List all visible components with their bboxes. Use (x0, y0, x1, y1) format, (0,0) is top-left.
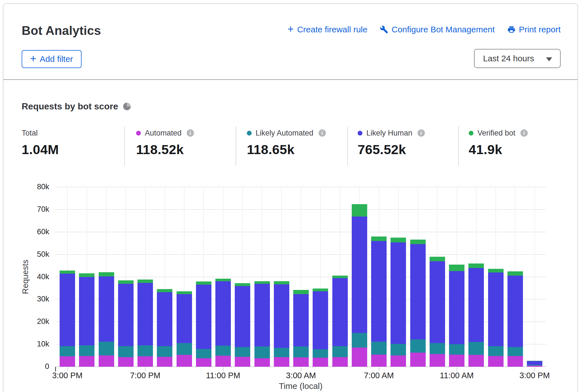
bar-segment-verified-bot[interactable] (391, 238, 406, 242)
bar-segment-verified-bot[interactable] (177, 291, 192, 294)
bar-segment-likely-automated[interactable] (254, 346, 270, 358)
bar-segment-verified-bot[interactable] (196, 281, 211, 285)
bar-segment-verified-bot[interactable] (235, 283, 250, 286)
bar-segment-automated[interactable] (449, 355, 464, 367)
bar-segment-automated[interactable] (468, 355, 484, 367)
print-report-link[interactable]: Print report (507, 25, 561, 34)
bar-segment-automated[interactable] (488, 356, 504, 367)
bar-segment-verified-bot[interactable] (507, 271, 523, 276)
bar-segment-likely-automated[interactable] (449, 344, 464, 355)
bar-segment-likely-human[interactable] (235, 286, 250, 347)
bar-segment-likely-automated[interactable] (410, 339, 426, 353)
bar-segment-likely-human[interactable] (79, 277, 94, 345)
bar-segment-verified-bot[interactable] (293, 290, 309, 294)
bar-segment-likely-automated[interactable] (79, 345, 94, 356)
bar-segment-likely-human[interactable] (137, 283, 153, 345)
bar-segment-verified-bot[interactable] (527, 361, 542, 361)
bar-segment-verified-bot[interactable] (60, 271, 75, 274)
bar-segment-likely-human[interactable] (449, 271, 464, 344)
bar-segment-likely-human[interactable] (177, 294, 192, 343)
bar-segment-likely-human[interactable] (488, 272, 504, 346)
bar-segment-likely-human[interactable] (410, 244, 426, 339)
bar-segment-likely-automated[interactable] (293, 346, 309, 357)
bar-segment-automated[interactable] (177, 355, 192, 367)
bar-segment-likely-automated[interactable] (332, 346, 348, 357)
bar-segment-likely-automated[interactable] (507, 347, 523, 356)
bar-segment-automated[interactable] (507, 356, 523, 367)
bar-segment-automated[interactable] (157, 357, 172, 367)
bar-segment-verified-bot[interactable] (254, 281, 270, 284)
info-icon[interactable]: i (520, 129, 528, 137)
bar-segment-likely-human[interactable] (254, 284, 270, 346)
time-range-select[interactable]: Last 24 hours (474, 49, 561, 68)
bar-segment-likely-human[interactable] (332, 278, 348, 346)
bar-segment-automated[interactable] (235, 357, 250, 367)
bar-segment-likely-automated[interactable] (391, 344, 406, 356)
bar-segment-likely-human[interactable] (507, 276, 523, 347)
bar-segment-likely-human[interactable] (99, 276, 114, 342)
bar-segment-likely-automated[interactable] (430, 343, 445, 354)
bar-segment-verified-bot[interactable] (449, 265, 464, 271)
bar-segment-likely-human[interactable] (430, 261, 445, 343)
bar-segment-verified-bot[interactable] (157, 289, 172, 292)
bar-segment-likely-automated[interactable] (196, 349, 211, 358)
bar-segment-likely-automated[interactable] (274, 348, 289, 357)
bar-segment-verified-bot[interactable] (99, 272, 114, 276)
bar-segment-automated[interactable] (137, 356, 153, 367)
bar-segment-automated[interactable] (313, 358, 328, 367)
bar-segment-automated[interactable] (527, 366, 542, 367)
bar-segment-likely-automated[interactable] (157, 346, 172, 357)
bar-segment-verified-bot[interactable] (313, 289, 328, 291)
bar-segment-likely-automated[interactable] (177, 343, 192, 355)
bar-segment-likely-human[interactable] (352, 217, 367, 333)
bar-segment-automated[interactable] (430, 354, 445, 367)
add-filter-button[interactable]: + Add filter (22, 50, 82, 68)
bar-segment-automated[interactable] (332, 357, 348, 367)
bar-segment-automated[interactable] (99, 355, 114, 367)
bar-segment-likely-automated[interactable] (527, 365, 542, 366)
bar-segment-verified-bot[interactable] (430, 257, 445, 261)
info-icon[interactable]: i (187, 129, 194, 137)
bar-segment-automated[interactable] (410, 353, 426, 367)
configure-bot-management-link[interactable]: Configure Bot Management (380, 25, 495, 34)
bar-segment-likely-human[interactable] (527, 361, 542, 365)
bar-segment-automated[interactable] (293, 357, 309, 367)
bar-segment-likely-human[interactable] (196, 285, 211, 349)
bar-segment-verified-bot[interactable] (274, 281, 289, 284)
bar-segment-likely-human[interactable] (468, 268, 484, 342)
bar-segment-automated[interactable] (79, 356, 94, 367)
bar-segment-likely-automated[interactable] (137, 345, 153, 356)
bar-segment-likely-human[interactable] (293, 294, 309, 346)
bar-segment-automated[interactable] (118, 357, 134, 367)
bar-segment-verified-bot[interactable] (332, 276, 348, 278)
bar-segment-likely-human[interactable] (157, 292, 172, 346)
bar-segment-automated[interactable] (215, 356, 231, 367)
bar-segment-likely-automated[interactable] (118, 346, 134, 357)
create-firewall-rule-link[interactable]: + Create firewall rule (287, 25, 367, 34)
bar-segment-automated[interactable] (391, 355, 406, 367)
bar-segment-verified-bot[interactable] (79, 273, 94, 277)
bar-segment-likely-human[interactable] (215, 281, 231, 345)
bar-segment-verified-bot[interactable] (468, 263, 484, 268)
bar-segment-likely-automated[interactable] (60, 346, 75, 357)
bar-segment-likely-human[interactable] (118, 284, 134, 346)
bar-segment-likely-human[interactable] (391, 242, 406, 344)
bar-segment-likely-automated[interactable] (215, 346, 231, 356)
bar-segment-verified-bot[interactable] (371, 236, 387, 241)
bar-segment-verified-bot[interactable] (488, 269, 504, 273)
bar-segment-likely-automated[interactable] (313, 349, 328, 358)
bar-segment-verified-bot[interactable] (137, 280, 153, 283)
bar-segment-verified-bot[interactable] (352, 204, 367, 217)
bar-segment-verified-bot[interactable] (410, 240, 426, 244)
bar-segment-likely-automated[interactable] (352, 333, 367, 348)
bar-segment-automated[interactable] (371, 355, 387, 367)
bar-segment-likely-automated[interactable] (488, 346, 504, 356)
bar-segment-likely-human[interactable] (371, 241, 387, 342)
info-icon[interactable]: i (418, 129, 425, 137)
bar-segment-likely-automated[interactable] (235, 347, 250, 357)
bar-segment-likely-human[interactable] (60, 274, 75, 346)
bar-segment-likely-human[interactable] (274, 284, 289, 348)
bar-segment-automated[interactable] (352, 348, 367, 367)
bar-segment-verified-bot[interactable] (118, 280, 134, 284)
info-icon[interactable]: i (319, 129, 326, 137)
